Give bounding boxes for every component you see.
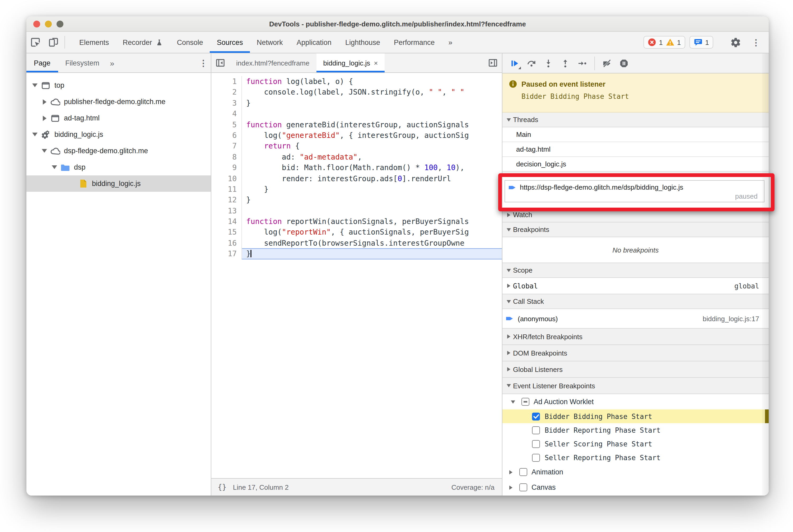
tab-network[interactable]: Network bbox=[250, 32, 290, 53]
chevron-down-icon[interactable] bbox=[31, 133, 39, 136]
line-number[interactable]: 14 bbox=[211, 216, 242, 227]
section-header-call-stack[interactable]: Call Stack bbox=[503, 294, 769, 309]
unchecked-checkbox[interactable] bbox=[532, 440, 540, 448]
unchecked-checkbox[interactable] bbox=[519, 468, 527, 476]
navigator-more-icon[interactable]: ⋮ bbox=[196, 53, 211, 72]
chevron-right-icon[interactable] bbox=[40, 99, 49, 104]
deactivate-breakpoints-icon[interactable] bbox=[599, 56, 615, 71]
tree-item-ad-tag-html[interactable]: ad-tag.html bbox=[26, 110, 211, 126]
chevron-right-icon[interactable] bbox=[40, 115, 49, 121]
section-label: Scope bbox=[513, 266, 532, 274]
section-header-watch[interactable]: Watch bbox=[503, 208, 769, 223]
group-canvas[interactable]: Canvas bbox=[503, 480, 769, 495]
collapse-navigator-icon[interactable] bbox=[211, 53, 229, 72]
indeterminate-checkbox[interactable] bbox=[522, 398, 529, 406]
resume-script-icon[interactable] bbox=[507, 56, 523, 71]
line-number[interactable]: 10 bbox=[211, 173, 242, 184]
section-header-scope[interactable]: Scope bbox=[503, 263, 769, 278]
breakpoint-bidder-reporting-phase-start[interactable]: Bidder Reporting Phase Start bbox=[503, 423, 769, 437]
line-number[interactable]: 4 bbox=[211, 108, 242, 119]
tab-performance[interactable]: Performance bbox=[387, 32, 442, 53]
unchecked-checkbox[interactable] bbox=[532, 426, 540, 434]
issues-badge[interactable]: 1 bbox=[690, 36, 713, 49]
breakpoint-bidder-bidding-phase-start[interactable]: Bidder Bidding Phase Start bbox=[503, 410, 769, 423]
close-icon[interactable]: × bbox=[374, 59, 378, 67]
inspect-element-icon[interactable] bbox=[26, 32, 44, 53]
line-number[interactable]: 7 bbox=[211, 141, 242, 152]
errors-warnings-badge[interactable]: 1 1 bbox=[644, 36, 685, 49]
tab-application[interactable]: Application bbox=[290, 32, 338, 53]
line-number[interactable]: 16 bbox=[211, 238, 242, 249]
line-number[interactable]: 1 bbox=[211, 76, 242, 87]
triangle-right-icon[interactable] bbox=[507, 485, 515, 490]
section-header-dom-breakpoints[interactable]: DOM Breakpoints bbox=[503, 345, 769, 361]
line-number[interactable]: 11 bbox=[211, 184, 242, 195]
line-number[interactable]: 5 bbox=[211, 119, 242, 130]
group-animation[interactable]: Animation bbox=[503, 464, 769, 480]
step-into-icon[interactable] bbox=[541, 56, 556, 71]
more-tabs-icon[interactable]: » bbox=[107, 53, 117, 72]
triangle-down-icon[interactable] bbox=[509, 400, 517, 403]
unchecked-checkbox[interactable] bbox=[519, 483, 527, 491]
more-options-icon[interactable]: ⋮ bbox=[749, 37, 763, 47]
section-header-event-listener-breakpoints[interactable]: Event Listener Breakpoints bbox=[503, 378, 769, 394]
unchecked-checkbox[interactable] bbox=[532, 454, 540, 461]
line-number[interactable]: 8 bbox=[211, 151, 242, 162]
tab-page[interactable]: Page bbox=[26, 53, 58, 72]
breakpoint-seller-reporting-phase-start[interactable]: Seller Reporting Phase Start bbox=[503, 451, 769, 464]
pause-on-exceptions-icon[interactable] bbox=[616, 56, 632, 71]
thread-paused[interactable]: https://dsp-fledge-demo.glitch.me/dsp/bi… bbox=[505, 180, 764, 202]
group-ad-auction-worklet[interactable]: Ad Auction Worklet bbox=[503, 394, 769, 410]
device-toolbar-icon[interactable] bbox=[44, 32, 62, 53]
section-header-breakpoints[interactable]: Breakpoints bbox=[503, 223, 769, 237]
breakpoint-seller-scoring-phase-start[interactable]: Seller Scoring Phase Start bbox=[503, 437, 769, 451]
line-number[interactable]: 3 bbox=[211, 98, 242, 109]
tree-item-dsp-fledge-demo-glitch-me[interactable]: dsp-fledge-demo.glitch.me bbox=[26, 142, 211, 159]
line-number[interactable]: 2 bbox=[211, 87, 242, 98]
tab-lighthouse[interactable]: Lighthouse bbox=[338, 32, 387, 53]
thread-ad-tag-html[interactable]: ad-tag.html bbox=[503, 142, 769, 157]
chevron-down-icon[interactable] bbox=[31, 83, 39, 87]
scrollbar-track[interactable] bbox=[762, 53, 769, 496]
tree-item-bidding-logic-js[interactable]: bidding_logic.js bbox=[26, 175, 211, 192]
section-header-threads[interactable]: Threads bbox=[503, 113, 769, 127]
tab-console[interactable]: Console bbox=[170, 32, 210, 53]
scope-global-row[interactable]: Globalglobal bbox=[503, 278, 769, 294]
tree-item-bidding-logic-js[interactable]: bidding_logic.js bbox=[26, 126, 211, 142]
tree-item-dsp[interactable]: dsp bbox=[26, 159, 211, 175]
tab-sources[interactable]: Sources bbox=[210, 32, 250, 53]
thread-decision-logic-js[interactable]: decision_logic.js bbox=[503, 157, 769, 172]
editor-tab-bidding-logic-js[interactable]: bidding_logic.js× bbox=[317, 53, 385, 72]
thread-main[interactable]: Main bbox=[503, 127, 769, 142]
call-stack-frame[interactable]: (anonymous)bidding_logic.js:17 bbox=[503, 309, 769, 329]
line-number[interactable]: 17 bbox=[211, 249, 242, 260]
editor-tab-index-html-fencedframe[interactable]: index.html?fencedframe bbox=[229, 53, 317, 72]
step-out-icon[interactable] bbox=[558, 56, 573, 71]
line-number[interactable]: 6 bbox=[211, 130, 242, 141]
tab-recorder[interactable]: Recorder bbox=[116, 32, 170, 53]
more-panels-chevron[interactable]: » bbox=[442, 32, 459, 53]
section-header-xhr-fetch-breakpoints[interactable]: XHR/fetch Breakpoints bbox=[503, 329, 769, 345]
triangle-right-icon[interactable] bbox=[507, 470, 515, 474]
step-over-icon[interactable] bbox=[524, 56, 540, 71]
chevron-down-icon[interactable] bbox=[40, 149, 49, 153]
tab-filesystem[interactable]: Filesystem bbox=[58, 53, 107, 72]
checked-checkbox[interactable] bbox=[532, 412, 540, 420]
section-label: Call Stack bbox=[513, 298, 544, 305]
step-icon[interactable] bbox=[574, 56, 590, 71]
line-number[interactable]: 15 bbox=[211, 227, 242, 238]
tab-elements[interactable]: Elements bbox=[72, 32, 116, 53]
section-label: Breakpoints bbox=[513, 226, 549, 233]
line-number[interactable]: 13 bbox=[211, 205, 242, 216]
line-number[interactable]: 12 bbox=[211, 195, 242, 206]
settings-gear-icon[interactable] bbox=[726, 37, 744, 48]
tree-item-top[interactable]: top bbox=[26, 77, 211, 94]
tree-item-publisher-fledge-demo-glitch-me[interactable]: publisher-fledge-demo.glitch.me bbox=[26, 94, 211, 110]
code-area[interactable]: 1function log(label, o) {2 console.log(l… bbox=[211, 73, 502, 478]
pretty-print-icon[interactable]: {} bbox=[211, 483, 233, 491]
chevron-down-icon[interactable] bbox=[50, 165, 59, 169]
section-header-global-listeners[interactable]: Global Listeners bbox=[503, 361, 769, 378]
line-number[interactable]: 9 bbox=[211, 162, 242, 173]
triangle-right-icon[interactable] bbox=[505, 284, 513, 288]
show-debugger-sidebar-icon[interactable] bbox=[484, 53, 502, 72]
